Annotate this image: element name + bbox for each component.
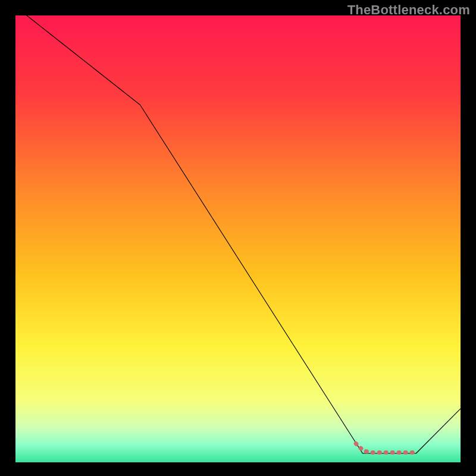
watermark-label: TheBottleneck.com	[347, 2, 470, 18]
chart-container: TheBottleneck.com	[0, 0, 476, 476]
bottleneck-chart-canvas	[0, 0, 476, 476]
